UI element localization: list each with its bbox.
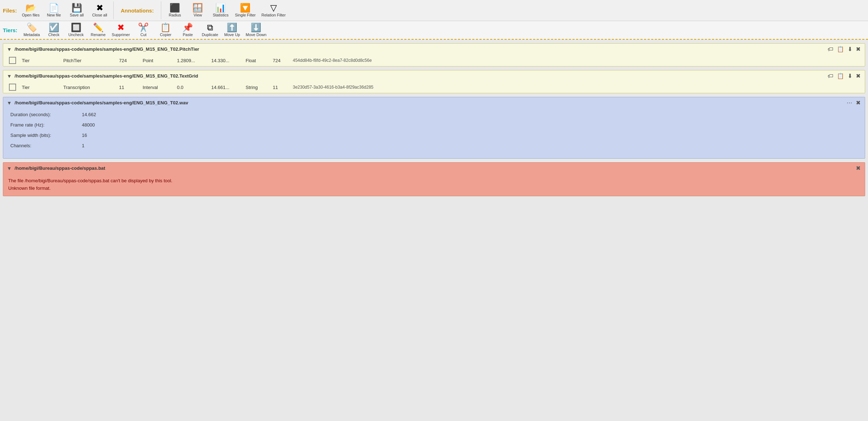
pitch-tier-id: 454dd84b-f8fd-49c2-8ea7-82c8d0d8c56e	[293, 58, 372, 63]
open-files-button[interactable]: 📂 Open files	[20, 3, 42, 18]
pitch-tier-end: 14.330...	[211, 58, 240, 63]
wav-channels-value: 1	[82, 143, 84, 148]
single-filter-button[interactable]: 🔽 Single Filter	[233, 3, 258, 18]
pitch-tag-button[interactable]: 🏷	[827, 46, 834, 53]
textgrid-tier-type: Tier	[22, 85, 58, 90]
uncheck-button[interactable]: 🔲 Uncheck	[65, 23, 87, 38]
wav-close-button[interactable]: ✖	[855, 99, 861, 106]
bat-panel-header: ▼ /home/bigi/Bureau/sppas-code/sppas.bat…	[3, 163, 865, 174]
textgrid-tier-anntype: Interval	[143, 85, 171, 90]
rename-icon: ✏️	[93, 23, 104, 32]
tiers-label: Tiers:	[3, 27, 18, 33]
cut-button[interactable]: ✂️ Cut	[133, 23, 154, 38]
single-filter-icon: 🔽	[240, 4, 251, 12]
rename-label: Rename	[91, 33, 106, 37]
wav-samplewidth-label: Sample width (bits):	[10, 133, 82, 138]
pitch-tier-row: Tier PitchTier 724 Point 1.2809... 14.33…	[3, 55, 865, 66]
bat-close-button[interactable]: ✖	[855, 165, 861, 172]
rename-button[interactable]: ✏️ Rename	[88, 23, 109, 38]
new-file-label: New file	[47, 13, 61, 17]
textgrid-close-button[interactable]: ✖	[855, 73, 861, 79]
copier-button[interactable]: 📋 Copier	[155, 23, 176, 38]
textgrid-panel-actions: 🏷 📋 ⬇ ✖	[827, 73, 861, 79]
pitch-panel-arrow[interactable]: ▼	[7, 46, 12, 52]
pitch-tier-begin: 1.2809...	[177, 58, 206, 63]
wav-panel: ▼ /home/bigi/Bureau/sppas-code/samples/s…	[3, 97, 865, 159]
single-filter-label: Single Filter	[235, 13, 256, 17]
statistics-label: Statistics	[213, 13, 228, 17]
supprimer-icon: ✖	[117, 23, 124, 32]
check-icon: ☑️	[49, 23, 59, 32]
view-button[interactable]: 🪟 View	[187, 3, 208, 18]
pitch-download-button[interactable]: ⬇	[847, 46, 853, 53]
pitch-close-button[interactable]: ✖	[855, 46, 861, 53]
save-all-label: Save all	[70, 13, 84, 17]
wav-framerate-label: Frame rate (Hz):	[10, 122, 82, 128]
textgrid-tier-valtype: String	[246, 85, 267, 90]
pitch-tier-count: 724	[119, 58, 137, 63]
supprimer-button[interactable]: ✖ Supprimer	[110, 23, 132, 38]
open-files-label: Open files	[22, 13, 40, 17]
bat-panel-arrow[interactable]: ▼	[7, 165, 12, 171]
tiers-toolbar: Tiers: 🏷️ Metadata ☑️ Check 🔲 Uncheck ✏️…	[0, 21, 868, 40]
move-down-button[interactable]: ⬇️ Move Down	[243, 23, 268, 38]
textgrid-copy-button[interactable]: 📋	[836, 73, 845, 79]
move-up-button[interactable]: ⬆️ Move Up	[221, 23, 243, 38]
cut-label: Cut	[140, 33, 147, 37]
wav-framerate-row: Frame rate (Hz): 48000	[10, 122, 858, 128]
bat-error-line2: Unknown file format.	[8, 185, 860, 192]
pitch-tier-valtype: Float	[246, 58, 267, 63]
duplicate-button[interactable]: ⧉ Duplicate	[199, 23, 221, 38]
save-all-button[interactable]: 💾 Save all	[66, 3, 88, 18]
annotations-label: Annotations:	[121, 8, 154, 14]
duplicate-label: Duplicate	[202, 33, 218, 37]
pitch-panel: ▼ /home/bigi/Bureau/sppas-code/samples/s…	[3, 43, 865, 66]
new-file-button[interactable]: 📄 New file	[43, 3, 65, 18]
wav-duration-value: 14.662	[82, 112, 96, 117]
textgrid-tier-row: Tier Transcription 11 Interval 0.0 14.66…	[3, 81, 865, 93]
textgrid-tag-button[interactable]: 🏷	[827, 73, 834, 79]
wav-framerate-value: 48000	[82, 122, 95, 128]
pitch-tier-name: PitchTier	[63, 58, 113, 63]
wav-info: Duration (seconds): 14.662 Frame rate (H…	[3, 108, 865, 158]
wav-more-button[interactable]: ⋯	[846, 99, 853, 106]
wav-samplewidth-value: 16	[82, 133, 87, 138]
statistics-icon: 📊	[215, 4, 226, 12]
relation-filter-label: Relation Filter	[261, 13, 286, 17]
wav-panel-arrow[interactable]: ▼	[7, 100, 12, 106]
paste-button[interactable]: 📌 Paste	[177, 23, 198, 38]
close-all-button[interactable]: ✖ Close all	[89, 3, 110, 18]
move-up-icon: ⬆️	[227, 23, 237, 32]
wav-duration-label: Duration (seconds):	[10, 112, 82, 117]
open-files-icon: 📂	[25, 4, 36, 12]
copier-label: Copier	[160, 33, 171, 37]
relation-filter-button[interactable]: ▽ Relation Filter	[259, 3, 288, 18]
files-toolbar: Files: 📂 Open files 📄 New file 💾 Save al…	[0, 0, 868, 21]
view-icon: 🪟	[192, 4, 203, 12]
wav-channels-label: Channels:	[10, 143, 82, 148]
files-label: Files:	[3, 8, 17, 14]
separator-2	[161, 1, 161, 19]
bat-panel-title: /home/bigi/Bureau/sppas-code/sppas.bat	[15, 165, 852, 171]
pitch-copy-button[interactable]: 📋	[836, 46, 845, 53]
pitch-panel-actions: 🏷 📋 ⬇ ✖	[827, 46, 861, 53]
check-button[interactable]: ☑️ Check	[43, 23, 65, 38]
textgrid-download-button[interactable]: ⬇	[847, 73, 853, 79]
move-down-icon: ⬇️	[251, 23, 261, 32]
copier-icon: 📋	[160, 23, 171, 32]
textgrid-tier-end: 14.661...	[211, 85, 240, 90]
separator-1	[113, 1, 114, 19]
textgrid-panel-arrow[interactable]: ▼	[7, 73, 12, 79]
bat-error-line1: The file /home/bigi/Bureau/sppas-code/sp…	[8, 177, 860, 185]
wav-panel-actions: ⋯ ✖	[846, 99, 861, 106]
statistics-button[interactable]: 📊 Statistics	[210, 3, 231, 18]
pitch-tier-checkbox[interactable]	[9, 57, 16, 64]
relation-filter-icon: ▽	[270, 4, 277, 12]
radius-button[interactable]: ⬛ Radius	[164, 3, 186, 18]
radius-label: Radius	[169, 13, 181, 17]
pitch-panel-header: ▼ /home/bigi/Bureau/sppas-code/samples/s…	[3, 44, 865, 55]
metadata-button[interactable]: 🏷️ Metadata	[21, 23, 43, 38]
check-label: Check	[48, 33, 59, 37]
wav-panel-title: /home/bigi/Bureau/sppas-code/samples/sam…	[15, 100, 843, 105]
textgrid-tier-checkbox[interactable]	[9, 84, 16, 91]
